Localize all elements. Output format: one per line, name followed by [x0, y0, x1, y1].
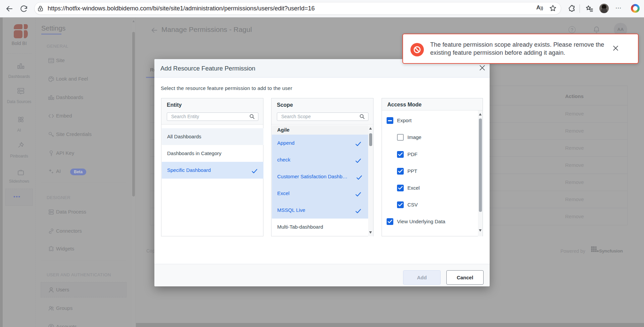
svg-text:URL: URL	[50, 60, 53, 62]
